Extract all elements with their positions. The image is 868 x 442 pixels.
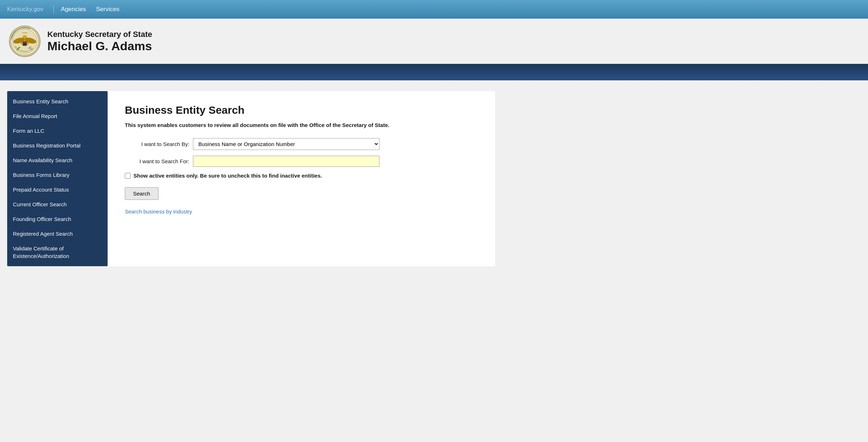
sidebar-item-registered-agent-search[interactable]: Registered Agent Search bbox=[7, 226, 108, 241]
sidebar-item-founding-officer-search[interactable]: Founding Officer Search bbox=[7, 212, 108, 226]
sidebar-item-business-forms-library[interactable]: Business Forms Library bbox=[7, 168, 108, 182]
state-seal: ★ ★ ★ COMMONWEALTH OF KENTUCKY OFFICE OF… bbox=[9, 25, 41, 57]
search-button[interactable]: Search bbox=[125, 187, 159, 200]
sidebar-item-business-entity-search[interactable]: Business Entity Search bbox=[7, 94, 108, 109]
search-for-input[interactable] bbox=[193, 156, 379, 167]
sidebar: Business Entity SearchFile Annual Report… bbox=[7, 91, 108, 266]
page-description: This system enables customers to review … bbox=[125, 122, 478, 128]
search-by-row: I want to Search By: Business Name or Or… bbox=[125, 138, 478, 150]
services-nav-item[interactable]: Services bbox=[96, 6, 119, 13]
header-title-line1: Kentucky Secretary of State bbox=[47, 30, 152, 39]
sidebar-item-business-registration-portal[interactable]: Business Registration Portal bbox=[7, 138, 108, 153]
page-header: ★ ★ ★ COMMONWEALTH OF KENTUCKY OFFICE OF… bbox=[0, 19, 868, 66]
sidebar-item-prepaid-account-status[interactable]: Prepaid Account Status bbox=[7, 182, 108, 197]
search-for-row: I want to Search For: bbox=[125, 156, 478, 167]
header-title-line2: Michael G. Adams bbox=[47, 39, 152, 53]
search-by-label: I want to Search By: bbox=[125, 141, 189, 147]
search-for-label: I want to Search For: bbox=[125, 158, 189, 164]
search-by-select[interactable]: Business Name or Organization NumberOrga… bbox=[193, 138, 379, 150]
sidebar-item-name-availability-search[interactable]: Name Availability Search bbox=[7, 153, 108, 168]
blue-banner bbox=[0, 66, 868, 80]
checkbox-row: Show active entities only. Be sure to un… bbox=[125, 173, 478, 179]
header-text: Kentucky Secretary of State Michael G. A… bbox=[47, 30, 152, 53]
agencies-nav-item[interactable]: Agencies bbox=[61, 6, 86, 13]
sidebar-item-validate-certificate[interactable]: Validate Certificate of Existence/Author… bbox=[7, 241, 108, 263]
svg-text:★ ★ ★: ★ ★ ★ bbox=[22, 32, 28, 34]
kentucky-gov-link[interactable]: Kentucky.gov bbox=[7, 6, 43, 13]
sidebar-item-file-annual-report[interactable]: File Annual Report bbox=[7, 109, 108, 123]
main-wrapper: Business Entity SearchFile Annual Report… bbox=[0, 80, 502, 277]
sidebar-item-form-llc[interactable]: Form an LLC bbox=[7, 123, 108, 138]
main-content: Business Entity Search This system enabl… bbox=[108, 91, 495, 266]
page-title: Business Entity Search bbox=[125, 104, 478, 116]
nav-divider bbox=[53, 5, 54, 14]
svg-rect-9 bbox=[23, 41, 27, 43]
sidebar-item-current-officer-search[interactable]: Current Officer Search bbox=[7, 197, 108, 212]
industry-link[interactable]: Search business by industry bbox=[125, 208, 192, 215]
top-navigation: Kentucky.gov Agencies Services bbox=[0, 0, 868, 19]
active-only-label[interactable]: Show active entities only. Be sure to un… bbox=[133, 173, 322, 179]
active-only-checkbox[interactable] bbox=[125, 173, 131, 179]
